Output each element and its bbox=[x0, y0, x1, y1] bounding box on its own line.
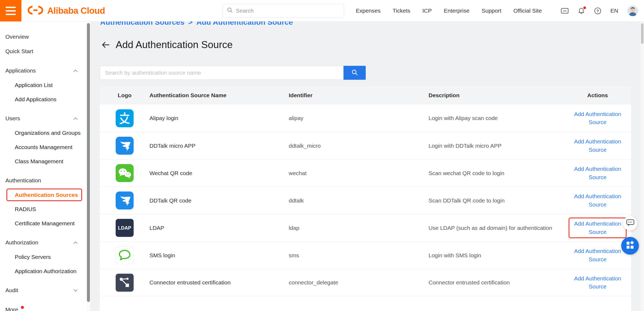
sidebar-item-label: RADIUS bbox=[15, 206, 36, 212]
nav-link-enterprise[interactable]: Enterprise bbox=[444, 8, 470, 14]
wechat-logo-icon bbox=[116, 164, 134, 182]
sidebar-scrollbar[interactable] bbox=[86, 21, 90, 311]
add-authentication-source-link[interactable]: Add Authentication Source bbox=[572, 110, 623, 126]
ldap-logo-icon: LDAP bbox=[116, 219, 134, 237]
source-description: Login with DDTalk micro APP bbox=[429, 143, 564, 149]
source-search-bar bbox=[100, 66, 366, 80]
sidebar-scrollbar-thumb[interactable] bbox=[87, 23, 90, 302]
hamburger-icon bbox=[6, 14, 16, 15]
breadcrumb-authentication-sources[interactable]: Authentication Sources bbox=[100, 21, 184, 26]
authentication-sources-table: LogoAuthentication Source NameIdentifier… bbox=[100, 86, 631, 311]
table-row-connector-delegate: Connector entrusted certification connec… bbox=[100, 269, 631, 296]
feedback-chat-button[interactable] bbox=[623, 216, 637, 230]
sidebar-item-audit[interactable]: Audit bbox=[0, 283, 86, 298]
svg-text:LDAP: LDAP bbox=[118, 225, 131, 231]
source-search-input[interactable] bbox=[100, 66, 343, 80]
bell-icon[interactable] bbox=[578, 7, 585, 15]
sidebar-item-add-applications[interactable]: Add Applications bbox=[0, 92, 86, 106]
search-icon bbox=[227, 7, 233, 15]
source-identifier: alipay bbox=[289, 115, 429, 121]
source-identifier: ldap bbox=[289, 225, 429, 231]
source-identifier: sms bbox=[289, 252, 429, 259]
message-icon[interactable] bbox=[561, 8, 569, 14]
hamburger-icon bbox=[6, 10, 16, 12]
hamburger-icon bbox=[6, 7, 16, 8]
source-identifier: connector_delegate bbox=[289, 279, 429, 286]
source-description: Scan DDTalk QR code to login bbox=[429, 197, 564, 204]
sidebar-item-label: Class Management bbox=[15, 158, 63, 165]
source-search-button[interactable] bbox=[343, 66, 366, 80]
source-name: Alipay login bbox=[149, 115, 289, 121]
hamburger-menu-button[interactable] bbox=[0, 0, 21, 21]
highlight-box: Add Authentication Source bbox=[569, 218, 627, 238]
help-icon[interactable]: ? bbox=[594, 7, 601, 15]
nav-link-tickets[interactable]: Tickets bbox=[393, 8, 410, 14]
chevron-down-icon bbox=[73, 289, 78, 292]
sidebar-item-authorization[interactable]: Authorization bbox=[0, 235, 86, 250]
header-search-box[interactable] bbox=[223, 4, 344, 17]
action-cell: Add Authentication Source bbox=[569, 135, 627, 156]
sidebar-item-more[interactable]: More bbox=[0, 302, 86, 311]
sidebar-item-quick-start[interactable]: Quick Start bbox=[0, 44, 86, 59]
sidebar-item-authentication[interactable]: Authentication bbox=[0, 173, 86, 188]
sidebar-item-label: Certificate Management bbox=[15, 220, 75, 227]
dingtalk-logo-icon bbox=[116, 191, 134, 209]
sidebar-item-accounts-management[interactable]: Accounts Management bbox=[0, 140, 86, 154]
table-body: Alipay login alipay Login with Alipay sc… bbox=[100, 104, 631, 296]
sidebar-item-class-management[interactable]: Class Management bbox=[0, 154, 86, 168]
back-arrow-icon[interactable] bbox=[101, 41, 110, 49]
column-header-logo: Logo bbox=[100, 92, 149, 99]
source-description: Scan wechat QR code to login bbox=[429, 170, 564, 176]
chevron-up-icon bbox=[73, 69, 78, 72]
page-scrollbar[interactable] bbox=[641, 21, 644, 311]
alibaba-logo-icon bbox=[27, 5, 44, 17]
sidebar-item-organizations-and-groups[interactable]: Organizations and Groups bbox=[0, 126, 86, 140]
alibaba-cloud-logo[interactable]: Alibaba Cloud bbox=[27, 0, 105, 21]
sidebar-item-certificate-management[interactable]: Certificate Management bbox=[0, 216, 86, 230]
sidebar-item-applications[interactable]: Applications bbox=[0, 63, 86, 78]
page-scrollbar-thumb[interactable] bbox=[641, 23, 643, 44]
sms-logo-icon bbox=[116, 246, 134, 264]
table-row-sms: SMS login sms Login with SMS login Add A… bbox=[100, 241, 631, 269]
column-header-authentication-source-name: Authentication Source Name bbox=[149, 92, 289, 99]
sidebar-item-authentication-sources[interactable]: Authentication Sources bbox=[6, 189, 82, 201]
sidebar-item-label: Quick Start bbox=[5, 48, 33, 55]
nav-link-support[interactable]: Support bbox=[482, 8, 502, 14]
user-avatar[interactable] bbox=[627, 5, 638, 16]
sidebar-item-policy-servers[interactable]: Policy Servers bbox=[0, 250, 86, 264]
add-authentication-source-link[interactable]: Add Authentication Source bbox=[572, 192, 623, 209]
source-name: Wechat QR code bbox=[149, 170, 289, 176]
language-selector[interactable]: EN bbox=[610, 8, 618, 14]
sidebar-item-label: Application Authorization bbox=[15, 268, 76, 274]
sidebar-item-radius[interactable]: RADIUS bbox=[0, 202, 86, 216]
sidebar-item-label: Accounts Management bbox=[15, 144, 72, 150]
add-authentication-source-link[interactable]: Add Authentication Source bbox=[572, 165, 623, 181]
add-authentication-source-link[interactable]: Add Authentication Source bbox=[572, 247, 623, 263]
header-icon-group: ? EN bbox=[561, 0, 638, 21]
sidebar-item-label: Users bbox=[5, 115, 20, 122]
add-authentication-source-link[interactable]: Add Authentication Source bbox=[572, 220, 623, 236]
sidebar-item-label: Policy Servers bbox=[15, 254, 51, 260]
app-grid-button[interactable] bbox=[621, 237, 639, 255]
source-name: SMS login bbox=[149, 252, 289, 259]
nav-link-icp[interactable]: ICP bbox=[422, 8, 432, 14]
notification-dot bbox=[583, 6, 586, 9]
sidebar-item-application-list[interactable]: Application List bbox=[0, 78, 86, 92]
header-search-input[interactable] bbox=[236, 8, 340, 14]
add-authentication-source-link[interactable]: Add Authentication Source bbox=[572, 274, 623, 291]
source-identifier: ddtalk bbox=[289, 197, 429, 204]
sidebar-item-overview[interactable]: Overview bbox=[0, 30, 86, 44]
source-identifier: wechat bbox=[289, 170, 429, 176]
add-authentication-source-link[interactable]: Add Authentication Source bbox=[572, 138, 623, 154]
source-description: Login with SMS login bbox=[429, 252, 564, 259]
main-content: Authentication Sources>Add Authenticatio… bbox=[90, 21, 641, 311]
page-title-row: Add Authentication Source bbox=[101, 39, 233, 50]
sidebar-item-application-authorization[interactable]: Application Authorization bbox=[0, 264, 86, 278]
source-identifier: ddtalk_micro bbox=[289, 143, 429, 149]
sidebar-item-users[interactable]: Users bbox=[0, 111, 86, 126]
chat-bubble-icon bbox=[626, 219, 634, 227]
column-header-identifier: Identifier bbox=[289, 92, 429, 99]
nav-link-official-site[interactable]: Official Site bbox=[513, 8, 542, 14]
nav-link-expenses[interactable]: Expenses bbox=[356, 8, 380, 14]
breadcrumb-add-authentication-source[interactable]: Add Authentication Source bbox=[196, 21, 293, 26]
